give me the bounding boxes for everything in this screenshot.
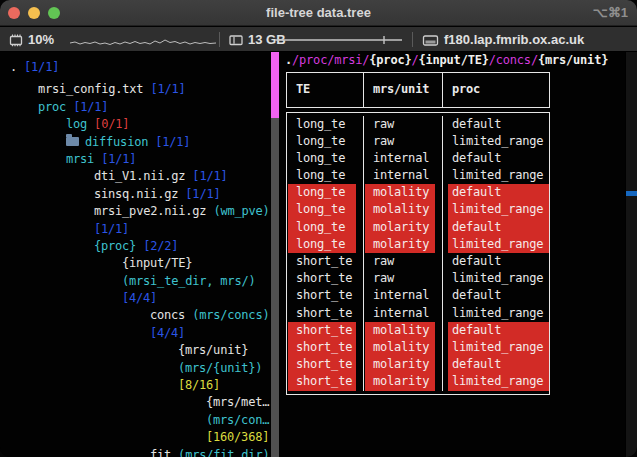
tree-scrollbar-track[interactable] bbox=[271, 118, 279, 457]
table-cell[interactable]: short_te bbox=[287, 287, 364, 304]
tree-row-segment: fit bbox=[150, 448, 178, 457]
tree-row[interactable]: sinsq.nii.gz [1/1] bbox=[0, 186, 271, 203]
tree-row[interactable]: . [1/1] bbox=[0, 59, 271, 76]
tree-row-segment: diffusion bbox=[85, 135, 155, 149]
title-bar[interactable]: file-tree data.tree ⌥⌘1 bbox=[0, 0, 637, 26]
tree-row-segment: [1/1] bbox=[185, 187, 220, 201]
tree-row[interactable]: (mrs/{unit}) bbox=[0, 360, 271, 377]
table-cell[interactable]: default bbox=[443, 219, 549, 236]
table-cell[interactable]: limited_range bbox=[443, 236, 549, 253]
tree-row[interactable]: (mrsi_te_dir, mrs/) bbox=[0, 273, 271, 290]
table-cell[interactable]: default bbox=[443, 184, 549, 201]
table-cell[interactable]: limited_range bbox=[443, 373, 549, 390]
tree-row[interactable]: {mrs/met… bbox=[0, 394, 271, 411]
table-cell[interactable]: raw bbox=[364, 270, 443, 287]
minimize-button[interactable] bbox=[28, 7, 40, 19]
tree-row[interactable]: concs (mrs/concs) bbox=[0, 307, 271, 324]
tree-row[interactable]: [4/4] bbox=[0, 325, 271, 342]
table-cell[interactable]: long_te bbox=[287, 116, 364, 133]
table-cell[interactable]: default bbox=[443, 356, 549, 373]
tree-row[interactable]: mrsi [1/1] bbox=[0, 151, 271, 168]
tree-row[interactable]: {input/TE} bbox=[0, 255, 271, 272]
close-button[interactable] bbox=[8, 7, 20, 19]
table-cell[interactable]: raw bbox=[364, 133, 443, 150]
tree-row-segment: {mrs/unit} bbox=[178, 343, 248, 357]
table-cell[interactable]: default bbox=[443, 150, 549, 167]
table-cell[interactable]: internal bbox=[364, 167, 443, 184]
tree-row[interactable]: mrsi_config.txt [1/1] bbox=[0, 81, 271, 98]
tree-row-segment: log bbox=[66, 117, 94, 131]
table-cell[interactable]: long_te bbox=[287, 184, 364, 201]
table-cell[interactable]: default bbox=[443, 287, 549, 304]
tree-row[interactable]: mrsi_pve2.nii.gz (wm_pve) bbox=[0, 203, 271, 220]
table-cell[interactable]: raw bbox=[364, 253, 443, 270]
table-cell[interactable]: molarity bbox=[364, 236, 443, 253]
tree-row[interactable]: proc [1/1] bbox=[0, 99, 271, 116]
tree-row[interactable]: [1/1] bbox=[0, 221, 271, 238]
memory-gauge bbox=[275, 27, 405, 52]
tree-row[interactable]: [160/368] bbox=[0, 429, 271, 446]
tree-row-segment: concs bbox=[150, 308, 192, 322]
status-divider bbox=[412, 32, 413, 47]
tree-row[interactable]: [8/16] bbox=[0, 377, 271, 394]
tree-row-segment: {mrs/met… bbox=[206, 395, 269, 409]
table-cell[interactable]: molarity bbox=[364, 373, 443, 390]
tree-row[interactable]: dti_V1.nii.gz [1/1] bbox=[0, 168, 271, 185]
tree-scrollbar-thumb[interactable] bbox=[271, 52, 279, 118]
table-cell[interactable]: limited_range bbox=[443, 133, 549, 150]
table-cell[interactable]: long_te bbox=[287, 236, 364, 253]
table-cell[interactable]: limited_range bbox=[443, 270, 549, 287]
table-cell[interactable]: short_te bbox=[287, 253, 364, 270]
tree-row-segment: (wm_pve) bbox=[213, 204, 269, 218]
tree-scrollbar[interactable] bbox=[271, 52, 279, 457]
tree-row[interactable]: {mrs/unit} bbox=[0, 342, 271, 359]
table-cell[interactable]: short_te bbox=[287, 322, 364, 339]
table-cell[interactable]: default bbox=[443, 116, 549, 133]
table-cell[interactable]: long_te bbox=[287, 219, 364, 236]
cpu-percent-label: 10% bbox=[28, 27, 54, 52]
tree-row[interactable]: {proc} [2/2] bbox=[0, 238, 271, 255]
table-cell[interactable]: molality bbox=[364, 339, 443, 356]
tree-row-segment: [1/1] bbox=[24, 60, 59, 74]
table-cell[interactable]: short_te bbox=[287, 305, 364, 322]
table-cell[interactable]: short_te bbox=[287, 356, 364, 373]
breadcrumb-segment: /concs/ bbox=[489, 53, 538, 67]
table-body: long_terawdefaultlong_terawlimited_range… bbox=[286, 112, 550, 395]
table-cell[interactable]: internal bbox=[364, 305, 443, 322]
table-cell[interactable]: short_te bbox=[287, 270, 364, 287]
table-cell[interactable]: long_te bbox=[287, 133, 364, 150]
table-cell[interactable]: limited_range bbox=[443, 167, 549, 184]
table-cell[interactable]: molarity bbox=[364, 219, 443, 236]
table-cell[interactable]: limited_range bbox=[443, 305, 549, 322]
tree-row-segment: (mrs/fit_dir) bbox=[178, 448, 269, 457]
table-cell[interactable]: internal bbox=[364, 287, 443, 304]
table-cell[interactable]: internal bbox=[364, 150, 443, 167]
breadcrumb-segment: {mrs/unit} bbox=[538, 53, 608, 67]
tree-row[interactable]: fit (mrs/fit_dir) bbox=[0, 447, 271, 457]
tree-row[interactable]: diffusion [1/1] bbox=[0, 134, 271, 151]
table-cell[interactable]: molality bbox=[364, 201, 443, 218]
table-cell[interactable]: short_te bbox=[287, 373, 364, 390]
tree-row[interactable]: log [0/1] bbox=[0, 116, 271, 133]
table-cell[interactable]: limited_range bbox=[443, 201, 549, 218]
tree-row[interactable]: (mrs/con… bbox=[0, 412, 271, 429]
status-divider bbox=[219, 32, 220, 47]
table-cell[interactable]: default bbox=[443, 322, 549, 339]
table-cell[interactable]: limited_range bbox=[443, 339, 549, 356]
tree-row-segment: [1/1] bbox=[94, 222, 129, 236]
table-cell[interactable]: long_te bbox=[287, 167, 364, 184]
table-scrollbar-marker[interactable] bbox=[626, 191, 637, 196]
table-cell[interactable]: long_te bbox=[287, 201, 364, 218]
tree-row[interactable]: [4/4] bbox=[0, 290, 271, 307]
table-cell[interactable]: raw bbox=[364, 116, 443, 133]
table-cell[interactable]: molality bbox=[364, 184, 443, 201]
table-cell[interactable]: default bbox=[443, 253, 549, 270]
table-cell[interactable]: short_te bbox=[287, 339, 364, 356]
table-column-header: mrs/unit bbox=[364, 73, 443, 107]
zoom-button[interactable] bbox=[48, 7, 60, 19]
table-cell[interactable]: molality bbox=[364, 322, 443, 339]
table-scrollbar[interactable] bbox=[625, 52, 637, 457]
table-cell[interactable]: long_te bbox=[287, 150, 364, 167]
status-bar: 10% 13 GB f180.lap.fmri bbox=[0, 27, 637, 52]
table-cell[interactable]: molarity bbox=[364, 356, 443, 373]
